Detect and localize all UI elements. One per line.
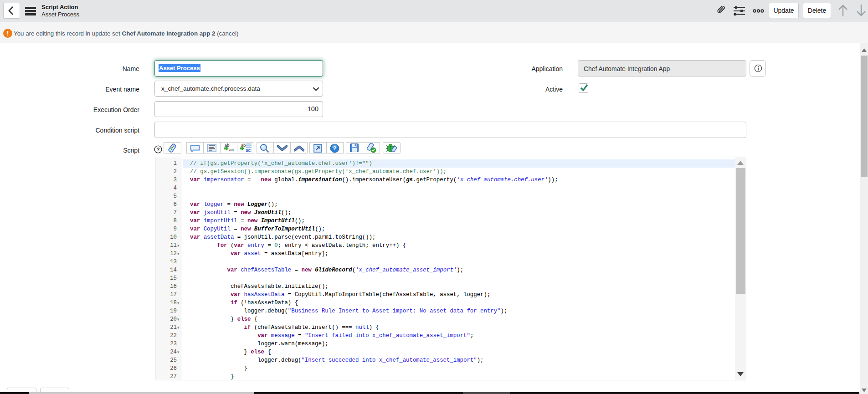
svg-text:?: ? (156, 147, 159, 152)
svg-text:ab: ab (241, 143, 246, 148)
svg-text:ac: ac (229, 148, 234, 152)
svg-text:ab: ab (225, 143, 230, 148)
svg-text:?: ? (333, 145, 336, 152)
svg-text:ac: ac (246, 148, 251, 153)
